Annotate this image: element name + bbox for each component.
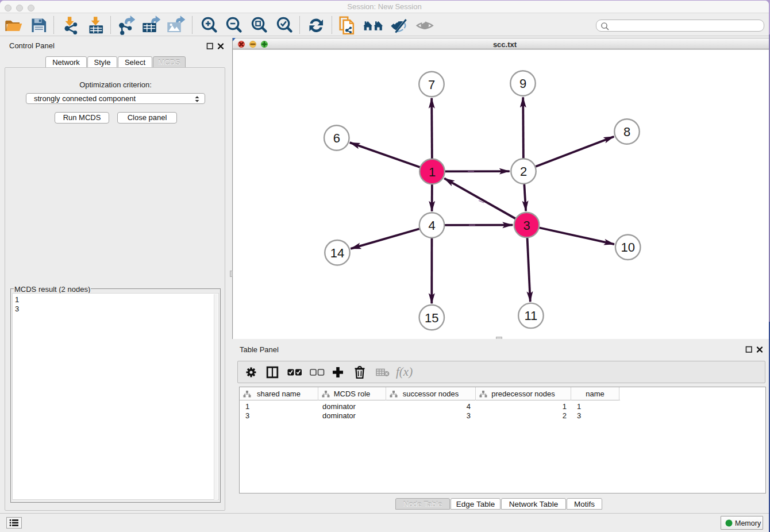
- svg-text:11: 11: [524, 309, 537, 323]
- svg-text:9: 9: [519, 76, 526, 91]
- svg-text:8: 8: [623, 125, 630, 139]
- svg-text:2: 2: [520, 164, 527, 179]
- svg-text:7: 7: [428, 78, 435, 92]
- svg-text:4: 4: [428, 218, 435, 233]
- svg-text:10: 10: [621, 240, 634, 255]
- svg-text:6: 6: [333, 131, 340, 145]
- svg-text:3: 3: [523, 218, 530, 233]
- svg-text:1: 1: [429, 165, 436, 179]
- svg-text:14: 14: [330, 246, 344, 260]
- svg-text:15: 15: [425, 311, 438, 325]
